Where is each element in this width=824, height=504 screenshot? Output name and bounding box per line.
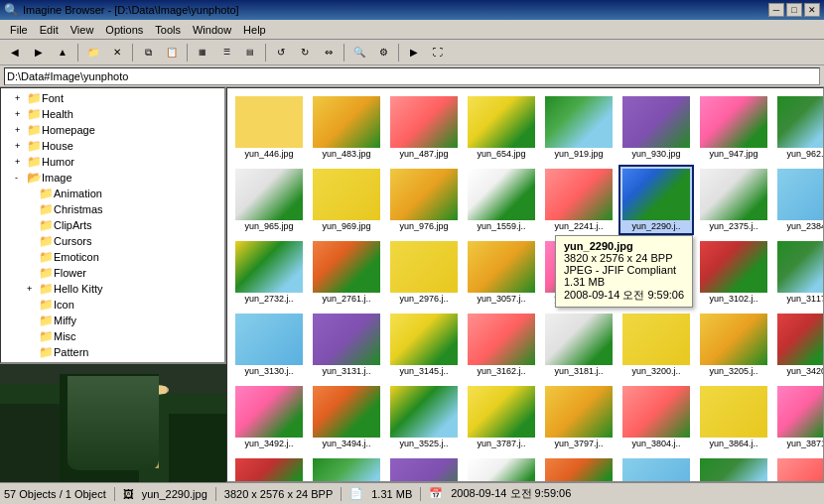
thumbnail-cell[interactable]: yun_919.jpg [541, 92, 617, 163]
menu-view[interactable]: View [65, 22, 100, 38]
toolbar-view1[interactable]: ▦ [192, 43, 213, 63]
tree-item-image[interactable]: - 📂 Image [3, 170, 222, 186]
thumbnail-cell[interactable]: yun_2732.j.. [231, 237, 307, 308]
thumbnail-image [390, 169, 458, 220]
thumbnail-cell[interactable]: yun_3131.j.. [309, 310, 384, 380]
thumbnail-cell[interactable]: yun_483.jpg [309, 92, 384, 163]
thumbnail-cell[interactable]: yun_3057.j.. [464, 237, 539, 308]
thumbnail-cell[interactable]: yun_2375.j.. [696, 165, 771, 235]
thumbnail-cell[interactable]: yun_3871.j.. [773, 382, 824, 452]
expand-icon[interactable]: + [15, 141, 27, 151]
toolbar-flip[interactable]: ⇔ [318, 43, 340, 63]
tree-item-christmas[interactable]: 📁 Christmas [3, 201, 222, 217]
menu-help[interactable]: Help [237, 22, 272, 38]
toolbar-copy[interactable]: ⧉ [137, 43, 159, 63]
window-controls[interactable]: ─ □ ✕ [768, 3, 820, 17]
toolbar-rotate-left[interactable]: ↺ [270, 43, 292, 63]
thumbnail-cell[interactable]: yun_3102.j.. [696, 237, 771, 308]
thumbnail-cell[interactable]: yun_487.jpg [386, 92, 462, 163]
tree-item-icon[interactable]: 📁 Icon [3, 297, 222, 313]
thumbnail-cell[interactable]: yun_3205.j.. [696, 310, 771, 380]
tree-item-emoticon[interactable]: 📁 Emoticon [3, 249, 222, 265]
toolbar-up[interactable]: ▲ [52, 43, 73, 63]
expand-icon[interactable]: - [15, 173, 27, 183]
menu-file[interactable]: File [4, 22, 34, 38]
thumbnail-cell[interactable]: yun_446.jpg [231, 92, 307, 163]
thumbnail-cell[interactable]: yun_947.jpg [696, 92, 771, 163]
tree-item-miffy[interactable]: 📁 Miffy [3, 313, 222, 328]
expand-icon[interactable]: + [15, 125, 27, 135]
thumbnail-cell[interactable]: yun_3200.j.. [618, 310, 694, 380]
tree-item-cursors[interactable]: 📁 Cursors [3, 233, 222, 249]
tree-item-house[interactable]: + 📁 House [3, 138, 222, 154]
thumbnail-cell[interactable]: yun_xxx2.j.. [541, 454, 617, 482]
thumbnail-cell[interactable]: yun_4103.j.. [386, 454, 462, 482]
expand-icon[interactable]: + [15, 157, 27, 167]
tree-item-homepage[interactable]: + 📁 Homepage [3, 122, 222, 138]
thumbnail-cell[interactable]: yun_2761.j.. [309, 237, 384, 308]
toolbar-new[interactable]: 📁 [82, 43, 104, 63]
thumbnail-cell[interactable]: yun_965.jpg [231, 165, 307, 235]
thumbnail-cell[interactable]: yun_xxx5.j.. [773, 454, 824, 482]
thumbnail-cell[interactable]: yun_3525.j.. [386, 382, 462, 452]
thumbnail-cell[interactable]: yun_2384.j.. [773, 165, 824, 235]
thumbnail-cell[interactable]: yun_654.jpg [464, 92, 539, 163]
thumbnail-cell[interactable]: yun_976.jpg [386, 165, 462, 235]
expand-icon[interactable]: + [15, 109, 27, 119]
tree-item-humor[interactable]: + 📁 Humor [3, 154, 222, 170]
thumbnail-cell[interactable]: yun_969.jpg [309, 165, 384, 235]
tree-item-health[interactable]: + 📁 Health [3, 106, 222, 122]
thumbnail-cell[interactable]: yun_1559.j.. [464, 165, 539, 235]
expand-icon[interactable]: + [27, 284, 39, 294]
toolbar-back[interactable]: ◀ [4, 43, 26, 63]
toolbar-view2[interactable]: ☰ [215, 43, 237, 63]
thumbnail-cell[interactable]: yun_3162.j.. [464, 310, 539, 380]
thumbnail-cell[interactable]: yun_2241.j.. [541, 165, 617, 235]
tree-item-pattern[interactable]: 📁 Pattern [3, 344, 222, 360]
thumbnail-cell[interactable]: yun_3181.j.. [541, 310, 617, 380]
thumbnail-cell[interactable]: yun_962.jpg [773, 92, 824, 163]
tree-item-font[interactable]: + 📁 Font [3, 90, 222, 106]
toolbar-forward[interactable]: ▶ [28, 43, 50, 63]
menu-options[interactable]: Options [99, 22, 149, 38]
minimize-button[interactable]: ─ [768, 3, 784, 17]
thumbnail-cell[interactable]: yun_xxx.j.. [464, 454, 539, 482]
tree-item-hellokitty[interactable]: + 📁 Hello Kitty [3, 281, 222, 297]
thumbnail-cell[interactable]: yun_3117.j.. [773, 237, 824, 308]
thumbnail-cell[interactable]: yun_3130.j.. [231, 310, 307, 380]
thumbnail-cell[interactable]: yun_2976.j.. [386, 237, 462, 308]
thumbnail-cell[interactable]: yun_2290.j.. [618, 165, 694, 235]
expand-icon[interactable]: + [15, 93, 27, 103]
close-button[interactable]: ✕ [804, 3, 820, 17]
thumbnail-cell[interactable]: yun_3145.j.. [386, 310, 462, 380]
maximize-button[interactable]: □ [786, 3, 802, 17]
thumbnail-cell[interactable]: yun_3494.j.. [309, 382, 384, 452]
tree-item-animation[interactable]: 📁 Animation [3, 186, 222, 201]
menu-window[interactable]: Window [187, 22, 237, 38]
toolbar-search[interactable]: 🔍 [348, 43, 370, 63]
toolbar-delete[interactable]: ✕ [106, 43, 128, 63]
toolbar-view3[interactable]: ▤ [239, 43, 261, 63]
tree-item-misc[interactable]: 📁 Misc [3, 328, 222, 344]
thumbnail-cell[interactable]: yun_930.jpg [618, 92, 694, 163]
toolbar-settings[interactable]: ⚙ [372, 43, 394, 63]
toolbar-fullscreen[interactable]: ⛶ [427, 43, 449, 63]
thumbnail-cell[interactable]: yun_4037.j.. [309, 454, 384, 482]
thumbnail-cell[interactable]: yun_3492.j.. [231, 382, 307, 452]
toolbar-rotate-right[interactable]: ↻ [294, 43, 316, 63]
thumbnail-cell[interactable]: yun_3959.j.. [231, 454, 307, 482]
thumbnail-cell[interactable]: yun_3804.j.. [618, 382, 694, 452]
thumbnail-cell[interactable]: yun_3864.j.. [696, 382, 771, 452]
toolbar-paste[interactable]: 📋 [161, 43, 183, 63]
menu-tools[interactable]: Tools [149, 22, 187, 38]
tree-item-cliparts[interactable]: 📁 ClipArts [3, 217, 222, 233]
thumbnail-cell[interactable]: yun_xxx3.j.. [618, 454, 694, 482]
thumbnail-cell[interactable]: yun_3787.j.. [464, 382, 539, 452]
toolbar-slideshow[interactable]: ▶ [403, 43, 425, 63]
tree-item-flower[interactable]: 📁 Flower [3, 265, 222, 281]
thumbnail-cell[interactable]: yun_xxx4.j.. [696, 454, 771, 482]
thumbnail-cell[interactable]: yun_3420.j.. [773, 310, 824, 380]
address-input[interactable] [4, 67, 820, 85]
thumbnail-cell[interactable]: yun_3797.j.. [541, 382, 617, 452]
menu-edit[interactable]: Edit [34, 22, 65, 38]
